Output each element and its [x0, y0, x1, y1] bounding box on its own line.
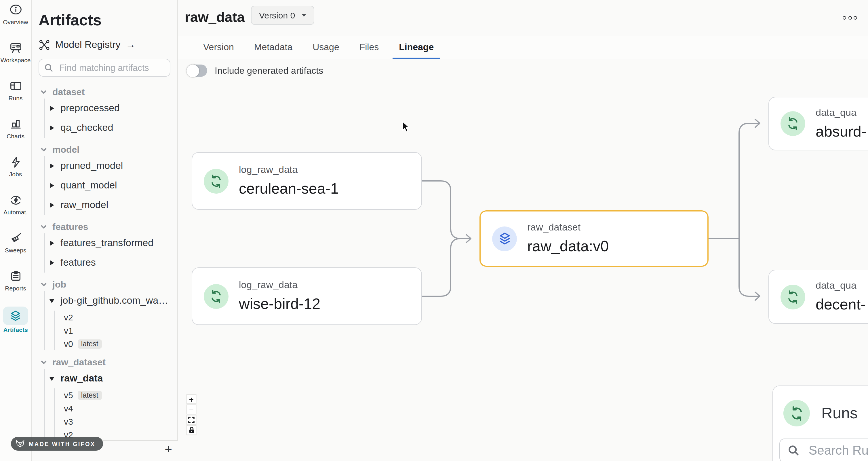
- tree-section-model[interactable]: model: [38, 143, 170, 156]
- rail-label: Charts: [7, 133, 25, 140]
- arrowhead-bottom-right: [755, 292, 760, 300]
- tree-item-raw-model[interactable]: raw_model: [45, 195, 170, 215]
- info-icon: [8, 2, 23, 17]
- lineage-node-decent[interactable]: data_qua decent-: [768, 270, 868, 324]
- triangle-down-icon: [49, 298, 55, 304]
- lineage-node-raw-data-v0[interactable]: raw_dataset raw_data:v0: [479, 210, 709, 267]
- triangle-down-icon: [49, 376, 55, 381]
- tree-section-features[interactable]: features: [38, 221, 170, 233]
- automations-icon: [8, 193, 23, 207]
- model-registry-link[interactable]: Model Registry →: [38, 38, 170, 52]
- sidebar-title: Artifacts: [38, 11, 170, 31]
- sidebar-item-charts[interactable]: Charts: [0, 116, 31, 154]
- add-artifact-type-button[interactable]: +: [165, 443, 172, 456]
- chevron-down-icon: [40, 146, 47, 153]
- sidebar-item-overview[interactable]: Overview: [0, 2, 31, 40]
- rail-label: Overview: [3, 19, 28, 25]
- sidebar-item-artifacts[interactable]: Artifacts: [0, 307, 31, 345]
- tab-metadata[interactable]: Metadata: [254, 35, 292, 59]
- tree-section-dataset[interactable]: dataset: [38, 86, 170, 98]
- tree-item-quant-model[interactable]: quant_model: [45, 176, 170, 195]
- tab-files[interactable]: Files: [360, 35, 379, 59]
- tab-usage[interactable]: Usage: [313, 35, 339, 59]
- version-row-v4[interactable]: v4: [55, 402, 170, 415]
- tree-section-raw-dataset[interactable]: raw_dataset: [38, 356, 170, 369]
- workspace-icon: [8, 40, 23, 55]
- runs-panel-title: Runs: [822, 404, 858, 422]
- node-name: cerulean-sea-1: [239, 180, 339, 198]
- fit-view-button[interactable]: [186, 415, 196, 425]
- tree-item-qa-checked[interactable]: qa_checked: [45, 118, 170, 138]
- made-with-gifox-badge: MADE WITH GIFOX: [11, 437, 103, 451]
- layers-icon: [3, 307, 28, 325]
- zoom-in-button[interactable]: +: [186, 394, 196, 404]
- chevron-down-icon: [40, 89, 47, 96]
- run-icon: [780, 111, 805, 136]
- rail-label: Jobs: [9, 171, 22, 177]
- fit-view-icon: [188, 416, 194, 423]
- toggle-knob: [186, 64, 199, 77]
- run-icon: [783, 400, 810, 426]
- lineage-node-absurd[interactable]: data_qua absurd-: [768, 97, 868, 150]
- version-dropdown[interactable]: Version 0: [251, 6, 314, 25]
- external-arrow-icon: →: [126, 39, 135, 51]
- gifox-label: MADE WITH GIFOX: [29, 440, 95, 447]
- zoom-out-button[interactable]: −: [186, 405, 196, 414]
- overflow-menu-button[interactable]: [843, 16, 857, 20]
- version-row-v2[interactable]: v2: [55, 311, 170, 324]
- lock-icon: [188, 426, 195, 434]
- sidebar-item-automations[interactable]: Automat.: [0, 193, 31, 231]
- lineage-node-wise-bird-12[interactable]: log_raw_data wise-bird-12: [192, 267, 422, 325]
- sidebar-item-runs[interactable]: Runs: [0, 78, 31, 116]
- tree-item-job-git[interactable]: job-git_github.com_wa…: [45, 291, 170, 311]
- tab-version[interactable]: Version: [203, 35, 234, 59]
- tree-group-job: job-git_github.com_wa… v2 v1 v0 latest: [44, 291, 170, 350]
- node-kind: data_qua: [816, 107, 866, 118]
- latest-badge: latest: [78, 391, 102, 400]
- broom-icon: [8, 231, 23, 246]
- node-name: raw_data:v0: [527, 237, 609, 255]
- version-row-v0[interactable]: v0 latest: [55, 337, 170, 350]
- runs-search-box[interactable]: [779, 438, 868, 461]
- edge-cerulean-to-merge: [422, 181, 461, 238]
- tree-item-pruned-model[interactable]: pruned_model: [45, 156, 170, 176]
- tree-item-features-transformed[interactable]: features_transformed: [45, 233, 170, 253]
- version-group-raw-data: v5 latest v4 v3 v2: [54, 388, 170, 441]
- artifact-tabs: Version Metadata Usage Files Lineage: [178, 36, 868, 59]
- canvas-zoom-controls: + −: [186, 394, 196, 435]
- runs-table-icon: [8, 78, 23, 93]
- node-kind: log_raw_data: [239, 280, 320, 291]
- tree-group-features: features_transformed features: [44, 233, 170, 272]
- artifact-search-box[interactable]: [38, 59, 170, 77]
- version-group-job: v2 v1 v0 latest: [54, 311, 170, 350]
- tab-lineage[interactable]: Lineage: [399, 35, 434, 59]
- sidebar-item-reports[interactable]: Reports: [0, 268, 31, 307]
- latest-badge: latest: [78, 339, 102, 348]
- version-row-v5[interactable]: v5 latest: [55, 388, 170, 402]
- tree-group-model: pruned_model quant_model raw_model: [44, 156, 170, 215]
- mouse-cursor: [402, 121, 410, 133]
- tree-item-raw-data[interactable]: raw_data: [45, 369, 170, 388]
- app-window: Overview Workspace Runs Charts Jobs: [0, 0, 868, 461]
- rail-label: Reports: [5, 285, 26, 292]
- version-row-v3[interactable]: v3: [55, 415, 170, 428]
- tree-item-preprocessed[interactable]: preprocessed: [45, 98, 170, 118]
- tree-section-job[interactable]: job: [38, 278, 170, 291]
- edge-down-right: [739, 238, 759, 296]
- sidebar-item-sweeps[interactable]: Sweeps: [0, 231, 31, 268]
- artifact-layers-icon: [492, 226, 517, 251]
- arrowhead-top-right: [755, 119, 760, 127]
- bar-chart-icon: [8, 116, 23, 132]
- tree-item-features[interactable]: features: [45, 253, 170, 272]
- include-generated-toggle[interactable]: [186, 64, 207, 77]
- search-input[interactable]: [58, 62, 165, 74]
- lock-button[interactable]: [186, 425, 196, 435]
- sidebar-item-jobs[interactable]: Jobs: [0, 154, 31, 193]
- tree-group-dataset: preprocessed qa_checked: [44, 98, 170, 138]
- node-kind: raw_dataset: [527, 222, 609, 233]
- version-row-v1[interactable]: v1: [55, 324, 170, 337]
- lineage-node-cerulean-sea-1[interactable]: log_raw_data cerulean-sea-1: [192, 152, 422, 210]
- runs-search-input[interactable]: [808, 442, 868, 459]
- sidebar-item-workspace[interactable]: Workspace: [0, 40, 31, 78]
- runs-group-panel[interactable]: Runs: [772, 385, 868, 461]
